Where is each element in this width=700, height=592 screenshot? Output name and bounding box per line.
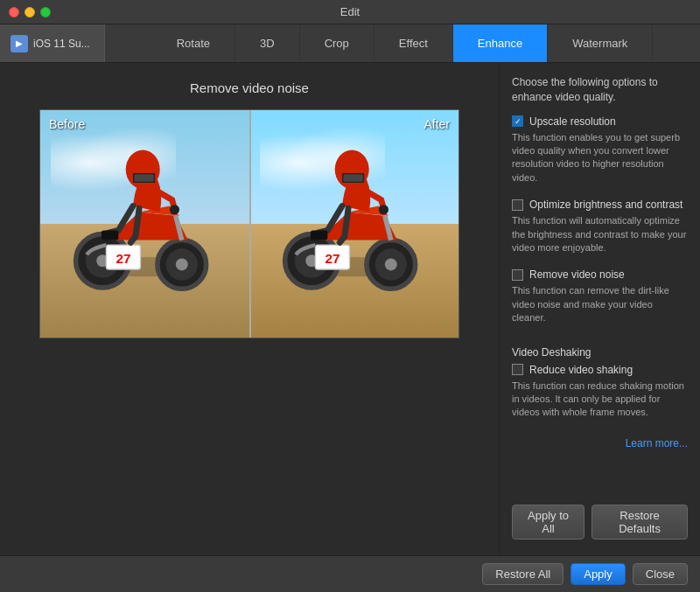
- svg-rect-13: [101, 230, 118, 240]
- before-scene: 27: [40, 110, 249, 338]
- svg-point-9: [125, 150, 159, 190]
- option-deshake: Reduce video shaking This function can r…: [512, 364, 688, 427]
- right-panel: Choose the following options to enhance …: [499, 63, 700, 555]
- tab-enhance[interactable]: Enhance: [453, 24, 548, 62]
- minimize-window-button[interactable]: [24, 7, 35, 17]
- main-container: ▶ iOS 11 Su... Rotate 3D Crop Effect Enh…: [0, 24, 700, 592]
- title-bar: Edit: [0, 0, 700, 24]
- preview-before: Before: [40, 110, 249, 338]
- svg-rect-11: [134, 174, 153, 181]
- brightness-desc: This function will automatically optimiz…: [512, 214, 688, 254]
- svg-point-20: [384, 258, 396, 270]
- apply-to-all-button[interactable]: Apply to All: [512, 505, 584, 540]
- noise-row: Remove video noise: [512, 268, 688, 281]
- svg-point-12: [169, 205, 178, 214]
- option-brightness: Optimize brightness and contrast This fu…: [512, 198, 688, 261]
- file-icon: ▶: [10, 35, 28, 52]
- preview-images: Before: [39, 109, 459, 338]
- learn-more-link[interactable]: Learn more...: [512, 437, 688, 449]
- preview-divider: [249, 110, 251, 338]
- window-title: Edit: [340, 5, 360, 18]
- svg-text:27: 27: [325, 251, 340, 266]
- restore-all-button[interactable]: Restore All: [482, 563, 564, 585]
- apply-button[interactable]: Apply: [570, 563, 626, 585]
- window-controls: [9, 7, 51, 17]
- deshake-row: Reduce video shaking: [512, 364, 688, 376]
- bottom-bar: Restore All Apply Close: [0, 555, 700, 592]
- close-window-button[interactable]: [9, 7, 19, 17]
- brightness-label: Optimize brightness and contrast: [529, 198, 682, 211]
- noise-checkbox[interactable]: [512, 269, 523, 281]
- option-upscale: Upscale resolution This function enables…: [512, 115, 688, 192]
- preview-title: Remove video noise: [190, 80, 309, 95]
- svg-rect-27: [310, 230, 327, 240]
- svg-text:27: 27: [116, 251, 130, 266]
- close-button[interactable]: Close: [633, 563, 688, 585]
- upscale-label: Upscale resolution: [529, 115, 616, 128]
- tab-3d[interactable]: 3D: [235, 24, 300, 62]
- svg-rect-25: [343, 174, 362, 181]
- file-tab[interactable]: ▶ iOS 11 Su...: [0, 24, 105, 62]
- brightness-row: Optimize brightness and contrast: [512, 198, 688, 211]
- upscale-desc: This function enables you to get superb …: [512, 131, 688, 185]
- deshake-label: Reduce video shaking: [529, 364, 633, 376]
- restore-defaults-button[interactable]: Restore Defaults: [592, 505, 688, 540]
- deshake-checkbox[interactable]: [512, 364, 523, 375]
- tab-crop[interactable]: Crop: [300, 24, 374, 62]
- nav-tabs: Rotate 3D Crop Effect Enhance Watermark: [105, 24, 700, 62]
- brightness-checkbox[interactable]: [512, 199, 523, 211]
- deshake-desc: This function can reduce shaking motion …: [512, 380, 688, 420]
- file-label: iOS 11 Su...: [33, 38, 90, 50]
- noise-label: Remove video noise: [529, 268, 625, 281]
- after-scene: 27: [249, 110, 458, 338]
- content-area: Remove video noise Before: [0, 63, 700, 555]
- svg-point-23: [334, 150, 368, 190]
- before-label: Before: [49, 117, 85, 131]
- deshake-section-title: Video Deshaking: [512, 346, 688, 359]
- svg-point-26: [378, 205, 388, 214]
- preview-after: After: [249, 110, 458, 338]
- upscale-checkbox[interactable]: [512, 115, 523, 127]
- left-panel: Remove video noise Before: [0, 63, 499, 555]
- top-nav: ▶ iOS 11 Su... Rotate 3D Crop Effect Enh…: [0, 24, 700, 63]
- tab-rotate[interactable]: Rotate: [152, 24, 235, 62]
- option-noise: Remove video noise This function can rem…: [512, 268, 688, 331]
- after-label: After: [424, 117, 450, 131]
- svg-point-6: [175, 258, 187, 270]
- rider-svg-after: 27: [270, 133, 438, 303]
- tab-watermark[interactable]: Watermark: [548, 24, 653, 62]
- maximize-window-button[interactable]: [40, 7, 51, 17]
- rider-svg: 27: [61, 133, 228, 303]
- panel-description: Choose the following options to enhance …: [512, 75, 688, 105]
- tab-effect[interactable]: Effect: [374, 24, 453, 62]
- upscale-row: Upscale resolution: [512, 115, 688, 128]
- noise-desc: This function can remove the dirt-like v…: [512, 284, 688, 324]
